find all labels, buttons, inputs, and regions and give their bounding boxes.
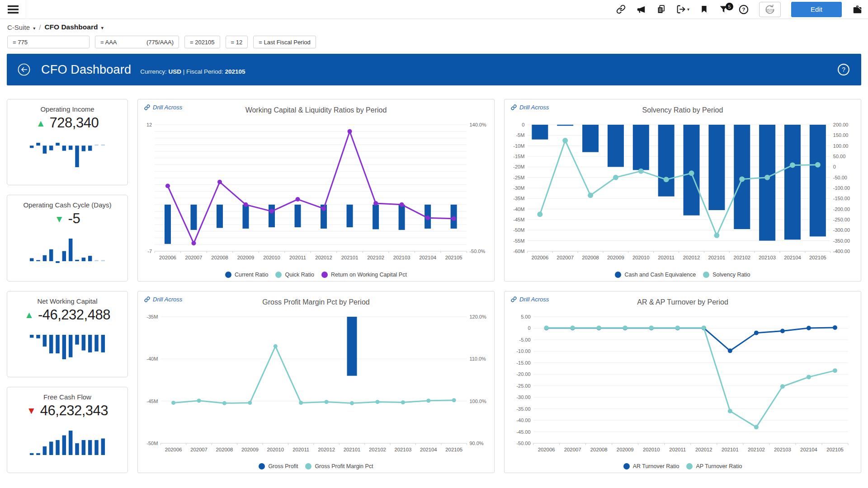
svg-text:202103: 202103	[774, 447, 791, 452]
chart-panel-working-capital: Drill Across Working Capital & Liquidity…	[137, 99, 495, 282]
breadcrumb-section[interactable]: C-Suite ▾	[7, 23, 35, 31]
legend-label: AR Turnover Ratio	[633, 463, 679, 469]
chart-legend: AR Turnover RatioAP Turnover Ratio	[505, 463, 861, 469]
link-icon	[511, 104, 517, 110]
svg-text:150.00: 150.00	[833, 132, 849, 138]
legend-label: Current Ratio	[235, 272, 268, 278]
kpi-sparkline	[7, 429, 127, 459]
svg-text:202008: 202008	[211, 255, 228, 260]
hamburger-menu-icon[interactable]	[0, 0, 26, 19]
drill-across-link[interactable]: Drill Across	[511, 104, 549, 111]
svg-text:5.00: 5.00	[521, 314, 530, 319]
filter-chip-label: = AAA	[100, 39, 117, 46]
chart-plot-area[interactable]: 0-5M-10M-15M-20M-25M-30M-35M-40M-45M-50M…	[510, 120, 855, 263]
svg-text:202009: 202009	[607, 255, 624, 260]
svg-text:202006: 202006	[165, 447, 182, 452]
help-icon[interactable]: ?	[739, 5, 749, 14]
share-link-icon[interactable]	[616, 5, 626, 14]
svg-text:-150.00: -150.00	[833, 196, 850, 201]
legend-item[interactable]: Cash and Cash Equivalence	[615, 272, 696, 278]
svg-text:0: 0	[833, 164, 836, 169]
svg-text:-15M: -15M	[513, 154, 524, 159]
kpi-value: 728,340	[50, 115, 99, 131]
announcement-megaphone-icon[interactable]	[636, 5, 646, 14]
filter-chip[interactable]: = AAA(775/AAA)	[95, 36, 179, 48]
legend-item[interactable]: Quick Ratio	[275, 272, 314, 278]
trend-down-icon: ▼	[55, 214, 64, 224]
filter-chip[interactable]: = 775	[7, 36, 90, 48]
drill-across-link[interactable]: Drill Across	[144, 104, 182, 111]
back-arrow-icon	[17, 62, 31, 77]
chart-panel-solvency: Drill Across Solvency Ratio by Period 0-…	[504, 99, 861, 282]
chart-legend: Cash and Cash EquivalenceSolvency Ratio	[505, 272, 861, 278]
legend-item[interactable]: Return on Working Capital Pct	[321, 272, 407, 278]
svg-text:202007: 202007	[564, 447, 581, 452]
copy-pages-icon[interactable]	[656, 5, 666, 14]
svg-text:202008: 202008	[590, 447, 608, 452]
legend-dot	[321, 272, 328, 278]
drill-across-link[interactable]: Drill Across	[511, 296, 549, 303]
filter-chip[interactable]: = 202105	[184, 36, 220, 48]
legend-item[interactable]: Current Ratio	[225, 272, 268, 278]
legend-dot	[615, 272, 621, 278]
kpi-card[interactable]: Operating Income▲728,340	[7, 99, 128, 185]
page-subtitle: Currency: USD | Fiscal Period: 202105	[140, 68, 245, 75]
breadcrumb-page[interactable]: CFO Dashboard ▾	[44, 23, 103, 31]
svg-text:202105: 202105	[826, 447, 844, 452]
svg-text:-45M: -45M	[513, 217, 524, 222]
legend-item[interactable]: Gross Profit	[259, 463, 298, 469]
kpi-card[interactable]: Net Working Capital▲-46,232,488	[7, 291, 128, 377]
chart-plot-area[interactable]: 12-7140.0%-50.0%202006202007202008202009…	[143, 120, 489, 263]
hamburger-icon	[7, 5, 19, 14]
svg-text:-50M: -50M	[146, 441, 158, 446]
chart-legend: Current RatioQuick RatioReturn on Workin…	[138, 272, 494, 278]
svg-text:202008: 202008	[582, 255, 599, 260]
svg-text:-100.00: -100.00	[833, 185, 850, 191]
legend-item[interactable]: AP Turnover Ratio	[686, 463, 742, 469]
legend-item[interactable]: Gross Profit Margin Pct	[305, 463, 373, 469]
filter-chip[interactable]: = 12	[226, 36, 248, 48]
svg-text:202103: 202103	[393, 255, 410, 260]
legend-dot	[259, 463, 265, 469]
export-icon[interactable]: ▾	[676, 5, 689, 14]
refresh-countdown: 3509	[760, 8, 780, 13]
chart-panel-gross-profit: Drill Across Gross Profit Margin Pct by …	[137, 291, 495, 474]
help-icon[interactable]: ?	[837, 63, 850, 76]
legend-item[interactable]: AR Turnover Ratio	[623, 463, 679, 469]
chart-plot-area[interactable]: -35M-40M-45M-50M120.0%110.0%100.0%90.0%2…	[143, 312, 489, 455]
svg-text:202009: 202009	[237, 255, 255, 260]
trend-up-icon: ▲	[36, 118, 46, 128]
back-button[interactable]	[17, 62, 31, 77]
drill-across-link[interactable]: Drill Across	[144, 296, 182, 303]
briefcase-icon[interactable]	[852, 5, 863, 14]
filter-chip-label: = Last Fiscal Period	[259, 39, 311, 46]
kpi-value-row: ▼-5	[7, 211, 127, 227]
svg-text:-50.0%: -50.0%	[469, 249, 485, 254]
svg-text:202011: 202011	[292, 447, 309, 452]
edit-button[interactable]: Edit	[791, 2, 842, 17]
svg-text:202008: 202008	[216, 447, 233, 452]
svg-text:202012: 202012	[683, 255, 700, 260]
svg-text:202103: 202103	[395, 447, 412, 452]
filter-chip[interactable]: = Last Fiscal Period	[253, 36, 316, 48]
svg-text:50.00: 50.00	[833, 154, 846, 159]
kpi-value: 46,232,343	[40, 403, 108, 419]
svg-text:0: 0	[528, 325, 530, 331]
legend-item[interactable]: Solvency Ratio	[703, 272, 750, 278]
svg-text:202010: 202010	[643, 447, 660, 452]
bookmark-icon[interactable]	[700, 5, 708, 14]
svg-text:202102: 202102	[369, 447, 386, 452]
svg-text:-40M: -40M	[146, 356, 158, 361]
filter-chip-label: = 775	[13, 39, 28, 46]
kpi-card[interactable]: Free Cash Flow▼46,232,343	[7, 387, 128, 473]
svg-text:202011: 202011	[658, 255, 675, 260]
kpi-card[interactable]: Operating Cash Cycle (Days)▼-5	[7, 195, 128, 281]
svg-text:-50.00: -50.00	[516, 441, 530, 446]
auto-refresh-button[interactable]: 3509	[759, 2, 781, 17]
legend-label: Solvency Ratio	[712, 272, 750, 278]
svg-text:202104: 202104	[800, 447, 817, 452]
chevron-down-icon: ▾	[101, 25, 104, 30]
filter-icon[interactable]: 5	[719, 5, 728, 14]
svg-text:100.00: 100.00	[833, 143, 849, 149]
chart-plot-area[interactable]: 5.000-5.00-10.00-15.00-20.00-25.00-30.00…	[510, 312, 855, 455]
